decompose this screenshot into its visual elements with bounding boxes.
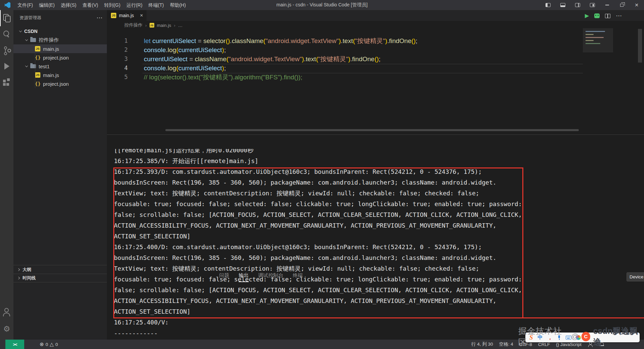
code-line-4: console.log(currentUiSelect);	[144, 64, 226, 73]
ime-toolbox-icon[interactable]	[586, 335, 590, 340]
search-icon[interactable]	[0, 26, 13, 42]
tree-item-main.js[interactable]: JSmain.js	[13, 44, 107, 53]
line-number: 5	[111, 73, 128, 82]
tab-close-icon[interactable]: ✕	[140, 13, 143, 18]
js-file-icon: JS	[111, 13, 116, 18]
tab-main-js[interactable]: JS main.js ✕	[107, 10, 147, 21]
toggle-panel-icon[interactable]	[555, 0, 570, 10]
account-icon[interactable]	[0, 305, 13, 321]
minimap[interactable]	[586, 30, 607, 80]
breadcrumb-folder[interactable]: 控件操作	[124, 22, 143, 28]
remote-indicator[interactable]: ><	[5, 340, 24, 349]
status-item-3[interactable]: CRLF	[538, 342, 550, 347]
autojs-extension-icon[interactable]	[594, 13, 600, 18]
output-line-12: focusable: true; focused: false; selecte…	[114, 274, 638, 285]
tree-item-label: main.js	[43, 72, 59, 78]
status-item-4[interactable]: {} JavaScript	[556, 342, 581, 347]
ime-mic-icon[interactable]	[558, 335, 561, 340]
output-line-2: 16:17:25.393/D: com.stardust.automator.U…	[114, 166, 638, 177]
ime-punctuation-icon[interactable]: ，	[548, 336, 553, 339]
breadcrumb-file[interactable]: main.js	[157, 23, 171, 28]
split-editor-icon[interactable]	[605, 14, 610, 18]
menu-item-5[interactable]: 运行(R)	[123, 2, 145, 8]
minimize-button[interactable]	[600, 0, 614, 10]
window-controls: ✕	[540, 0, 644, 10]
menu-item-4[interactable]: 转到(G)	[101, 2, 123, 8]
customize-layout-icon[interactable]	[585, 0, 600, 10]
sidebar-section-timeline[interactable]: 时间线	[13, 274, 107, 282]
tree-item-label: project.json	[43, 55, 69, 61]
file-tree: CSDN控件操作JSmain.js{}project.jsontest1JSma…	[13, 27, 107, 88]
ime-skin-icon[interactable]	[576, 335, 581, 340]
source-control-icon[interactable]	[0, 42, 13, 59]
tree-item-label: test1	[39, 64, 50, 69]
ime-toolbar[interactable]: S 中 ，	[525, 333, 640, 342]
code-line-3: currentUiSelect = className("android.wid…	[144, 54, 380, 64]
tree-item-CSDN[interactable]: CSDN	[13, 27, 107, 36]
output-line-13: false; scrollable: false; [ACTION_FOCUS,…	[114, 285, 638, 296]
vscode-logo-icon	[4, 2, 10, 8]
toggle-secondary-sidebar-icon[interactable]	[570, 0, 585, 10]
close-button[interactable]: ✕	[629, 0, 644, 10]
restore-button[interactable]	[614, 0, 629, 10]
tree-item-project.json[interactable]: {}project.json	[13, 79, 107, 88]
explorer-more-actions-icon[interactable]: ⋯	[96, 14, 103, 22]
json-file-icon: {}	[35, 55, 40, 60]
panel-tab-调试控制台[interactable]: 调试控制台	[258, 272, 283, 282]
ime-keyboard-icon[interactable]	[566, 336, 571, 340]
panel-tab-终端[interactable]: 终端	[293, 272, 303, 282]
code-line-1: let currentUiSelect = selector().classNa…	[144, 36, 417, 45]
menu-bar: 文件(F)编辑(E)选择(S)查看(V)转到(G)运行(R)终端(T)帮助(H)	[14, 0, 189, 10]
status-item-1[interactable]: 空格: 4	[499, 341, 513, 347]
toggle-sidebar-icon[interactable]	[540, 0, 555, 10]
breadcrumb-separator: ›	[174, 23, 175, 28]
output-log[interactable]: [[remote]main.js]运行结束，用时0.020000秒16:17:2…	[114, 145, 638, 339]
settings-gear-icon[interactable]: ⚙	[0, 321, 13, 337]
explorer-icon[interactable]	[0, 10, 13, 26]
tree-item-test1[interactable]: test1	[13, 62, 107, 71]
status-item-0[interactable]: 行 4, 列 30	[471, 341, 493, 347]
menu-item-3[interactable]: 查看(V)	[79, 2, 101, 8]
line-number: 1	[111, 36, 128, 45]
output-line-1: 16:17:25.385/V: 开始运行[[remote]main.js]	[114, 156, 638, 166]
breadcrumb[interactable]: 控件操作 › JS main.js › …	[124, 22, 183, 29]
extensions-icon[interactable]	[0, 75, 13, 91]
output-line-9: 16:17:25.400/D: com.stardust.automator.U…	[114, 242, 638, 253]
sidebar-section-outline[interactable]: 大纲	[13, 265, 107, 274]
tree-item-project.json[interactable]: {}project.json	[13, 53, 107, 62]
tree-item-控件操作[interactable]: 控件操作	[13, 36, 107, 44]
breadcrumb-more[interactable]: …	[178, 23, 183, 28]
notifications-bell-icon[interactable]	[599, 342, 604, 347]
editor-tab-bar	[107, 10, 644, 21]
tree-item-label: project.json	[43, 81, 69, 87]
feedback-person-icon[interactable]	[588, 342, 593, 347]
editor-more-actions-icon[interactable]: ⋯	[616, 12, 622, 20]
panel-tab-问题[interactable]: 问题	[219, 272, 229, 282]
sogou-logo-icon[interactable]: S	[529, 334, 533, 341]
menu-item-2[interactable]: 选择(S)	[58, 2, 80, 8]
output-line-8: ACTION_SET_SELECTION]	[114, 231, 638, 242]
tab-label: main.js	[119, 13, 138, 18]
menu-item-0[interactable]: 文件(F)	[14, 2, 36, 8]
activity-bar: ⚙	[0, 10, 13, 340]
ime-language-icon[interactable]: 中	[538, 334, 543, 341]
js-file-icon: JS	[35, 72, 40, 78]
tree-item-main.js[interactable]: JSmain.js	[13, 71, 107, 79]
run-debug-icon[interactable]	[0, 59, 13, 75]
problems-status[interactable]: ⊗ 0 △ 0	[40, 341, 58, 347]
status-item-2[interactable]: UTF-8	[519, 342, 532, 347]
editor-vertical-scrollbar[interactable]	[638, 29, 642, 63]
output-line-5: focusable: true; focused: false; selecte…	[114, 199, 638, 209]
output-line-7: ACTION_ACCESSIBILITY_FOCUS, ACTION_NEXT_…	[114, 220, 638, 231]
warnings-icon: △	[50, 341, 54, 347]
panel-tab-输出[interactable]: 输出	[239, 272, 249, 282]
tree-item-label: 控件操作	[39, 37, 59, 43]
menu-item-1[interactable]: 编辑(E)	[36, 2, 58, 8]
output-line-3: boundsInScreen: Rect(196, 385 - 360, 560…	[114, 177, 638, 188]
panel-header: 问题输出调试控制台终端 Device Xiaomi MI 9(tcp: ✕	[107, 134, 644, 149]
menu-item-7[interactable]: 帮助(H)	[167, 2, 189, 8]
menu-item-6[interactable]: 终端(T)	[146, 2, 167, 8]
device-selector[interactable]: Device Xiaomi MI 9(tcp:	[627, 272, 644, 281]
editor-horizontal-scrollbar[interactable]	[165, 129, 579, 131]
run-script-icon[interactable]: ▶	[585, 12, 589, 19]
